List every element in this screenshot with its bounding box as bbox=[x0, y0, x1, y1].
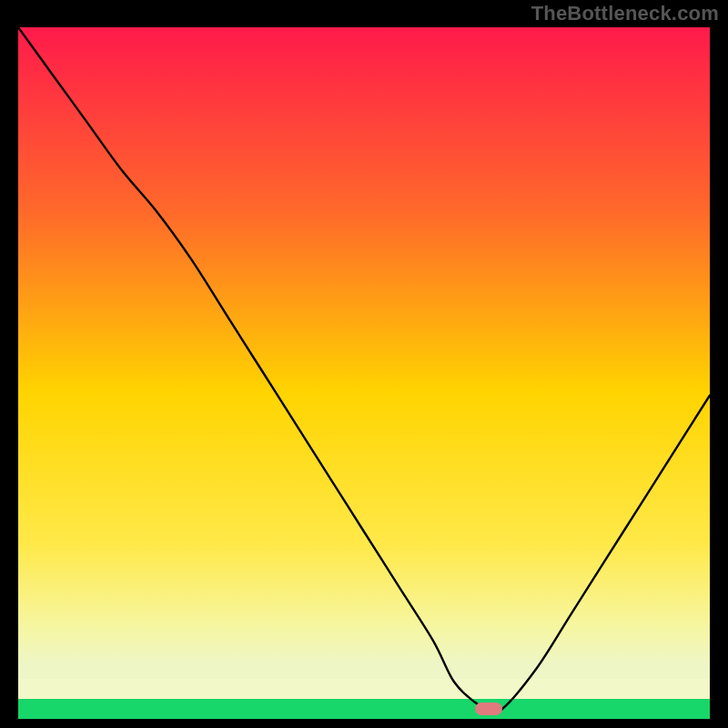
chart-stage: TheBottleneck.com bbox=[0, 0, 728, 728]
bottleneck-curve bbox=[18, 27, 710, 719]
watermark-text: TheBottleneck.com bbox=[531, 2, 719, 25]
plot-area bbox=[18, 27, 710, 719]
plot-inner bbox=[18, 27, 710, 719]
optimum-marker bbox=[475, 703, 502, 715]
